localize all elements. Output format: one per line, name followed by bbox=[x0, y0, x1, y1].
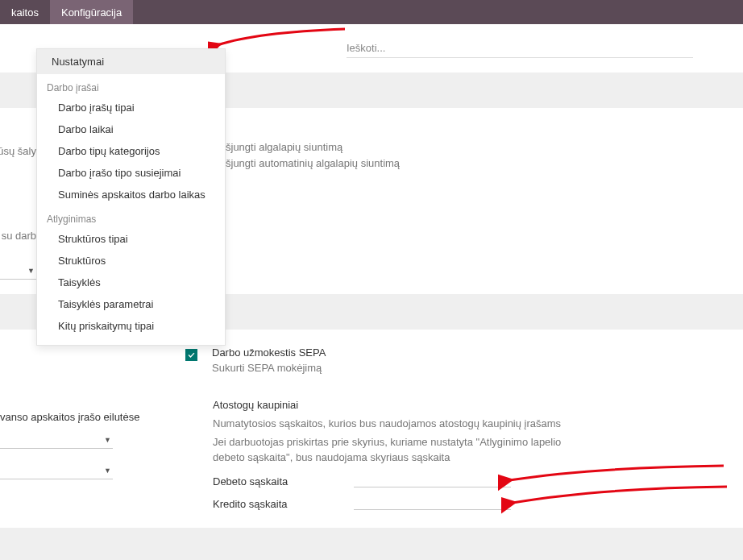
chevron-down-icon: ▼ bbox=[502, 499, 509, 507]
menu-section-atlyginimas: Atlyginimas bbox=[37, 205, 225, 228]
page-body: ūsų šaly su darb ▼ šjungti algalapių siu… bbox=[0, 24, 743, 560]
credit-row: Kredito sąskaita ▼ bbox=[213, 494, 567, 510]
vacation-title: Atostogų kaupiniai bbox=[213, 399, 567, 411]
menu-strukturos[interactable]: Struktūros bbox=[37, 250, 225, 272]
sepa-checkbox[interactable] bbox=[185, 349, 197, 361]
sepa-subtitle: Sukurti SEPA mokėjimą bbox=[212, 362, 326, 374]
menu-darbo-laikai[interactable]: Darbo laikai bbox=[37, 118, 225, 140]
sepa-title: Darbo užmokestis SEPA bbox=[212, 346, 326, 359]
menu-sumines-apskaitos[interactable]: Suminės apskaitos darbo laikas bbox=[37, 184, 225, 205]
credit-label: Kredito sąskaita bbox=[213, 498, 354, 510]
debit-dropdown[interactable]: ▼ bbox=[354, 471, 511, 487]
menu-taisykles-parametrai[interactable]: Taisyklės parametrai bbox=[37, 293, 225, 315]
menu-darbo-tipu-kategorijos[interactable]: Darbo tipų kategorijos bbox=[37, 140, 225, 162]
small-dropdown-3[interactable]: ▼ bbox=[0, 462, 113, 479]
debit-label: Debeto sąskaita bbox=[213, 475, 354, 487]
section-band-bottom bbox=[0, 528, 743, 560]
vacation-block: Atostogų kaupiniai Numatytosios sąskaito… bbox=[213, 399, 567, 510]
chevron-down-icon: ▼ bbox=[104, 467, 111, 475]
menu-nustatymai[interactable]: Nustatymai bbox=[37, 49, 225, 74]
menu-taisykles[interactable]: Taisyklės bbox=[37, 272, 225, 293]
small-dropdown-2[interactable]: ▼ bbox=[0, 431, 113, 449]
config-dropdown: Nustatymai Darbo įrašai Darbo įrašų tipa… bbox=[36, 48, 226, 346]
sepa-text: Darbo užmokestis SEPA Sukurti SEPA mokėj… bbox=[212, 346, 326, 374]
search-box bbox=[347, 39, 693, 58]
vacation-desc-1: Numatytosios sąskaitos, kurios bus naudo… bbox=[213, 416, 567, 431]
vacation-desc-2: Jei darbuotojas priskirtas prie skyrius,… bbox=[213, 434, 567, 465]
debit-row: Debeto sąskaita ▼ bbox=[213, 471, 567, 487]
fragment-left-2: su darb bbox=[0, 230, 36, 242]
fragment-right-2: šjungti automatinių algalapių siuntimą bbox=[226, 157, 400, 169]
fragment-right-1: šjungti algalapių siuntimą bbox=[226, 141, 342, 153]
menu-darbo-irasu-tipai[interactable]: Darbo įrašų tipai bbox=[37, 97, 225, 118]
menu-kitu-priskaitymu-tipai[interactable]: Kitų priskaitymų tipai bbox=[37, 315, 225, 337]
top-nav: kaitos Konfigūracija bbox=[0, 0, 743, 24]
small-dropdown-1[interactable]: ▼ bbox=[0, 262, 36, 280]
sepa-block: Darbo užmokestis SEPA Sukurti SEPA mokėj… bbox=[185, 346, 717, 374]
menu-darbo-iraso-tipo-susiejimai[interactable]: Darbo įrašo tipo susiejimai bbox=[37, 162, 225, 184]
tab-kaitos[interactable]: kaitos bbox=[0, 0, 50, 24]
fragment-left-1: ūsų šaly bbox=[0, 145, 36, 157]
tab-konfiguracija[interactable]: Konfigūracija bbox=[50, 0, 133, 24]
check-icon bbox=[187, 351, 196, 359]
menu-strukturos-tipai[interactable]: Struktūros tipai bbox=[37, 228, 225, 250]
chevron-down-icon: ▼ bbox=[104, 436, 111, 444]
credit-dropdown[interactable]: ▼ bbox=[354, 494, 511, 510]
chevron-down-icon: ▼ bbox=[27, 267, 35, 275]
menu-section-darbo: Darbo įrašai bbox=[37, 74, 225, 97]
chevron-down-icon: ▼ bbox=[502, 476, 509, 484]
search-input[interactable] bbox=[347, 39, 693, 58]
fragment-avanso: vanso apskaitos įrašo eilutėse bbox=[0, 411, 139, 423]
